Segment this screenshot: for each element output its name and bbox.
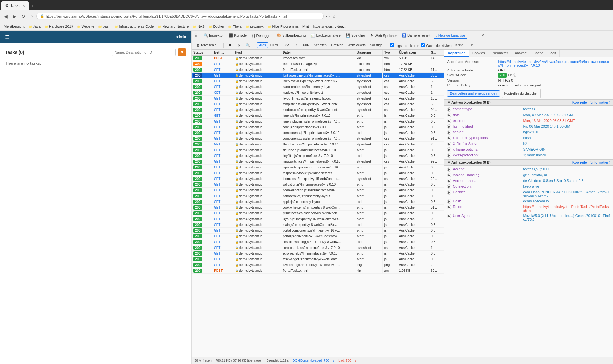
table-row[interactable]: 200 GET 🔒demo.ivyteam.io keyfilter.js?ln… xyxy=(192,153,444,159)
table-row[interactable]: 200 GET 🔒demo.ivyteam.io fileupload.js?l… xyxy=(192,147,444,153)
new-tab-button[interactable]: + xyxy=(29,3,36,9)
tab-zeit[interactable]: Zeit xyxy=(547,50,559,57)
header-expand-btn[interactable]: ▶ xyxy=(447,190,451,195)
tab-speicher[interactable]: 💾 Speicher xyxy=(344,33,367,39)
filter-css[interactable]: CSS xyxy=(282,42,292,48)
filter-button[interactable]: ▼ xyxy=(178,48,186,56)
col-size[interactable]: G... xyxy=(429,50,444,56)
tab-parameter[interactable]: Parameter xyxy=(488,50,511,57)
devtools-close[interactable]: ✕ xyxy=(480,33,486,39)
search-input[interactable] xyxy=(115,50,163,54)
header-expand-btn[interactable]: ▶ xyxy=(447,147,451,152)
header-expand-btn[interactable]: ▶ xyxy=(447,214,451,218)
bookmark-nice[interactable]: Nice-Programms xyxy=(266,24,300,29)
tab-inspektor[interactable]: 🔍 Inspektor xyxy=(202,33,225,39)
search-headers-button[interactable]: Kopfzeilen durchsuchen xyxy=(502,89,541,98)
table-row[interactable]: 200 GET 🔒demo.ivyteam.io beanvalidation.… xyxy=(192,188,444,193)
table-row[interactable]: 200 GET 🔒demo.ivyteam.io fileupload.css?… xyxy=(192,142,444,147)
cache-deaktivieren-checkbox[interactable] xyxy=(421,43,425,47)
table-row[interactable]: 200 GET 🔒demo.ivyteam.io utility.css?ln=… xyxy=(192,78,444,84)
back-button[interactable]: ◀ xyxy=(3,13,9,19)
header-expand-btn[interactable]: ▶ xyxy=(447,119,451,123)
address-bar[interactable]: 🔒 https://demo.ivyteam.io/ivy/faces/inst… xyxy=(36,13,324,19)
bookmark-infrastructure[interactable]: Infrastructure as Code xyxy=(113,24,155,29)
network-table-wrapper[interactable]: Status Meth... Host Datei Ursprung Typ Ü… xyxy=(192,50,444,357)
bookmark-mint[interactable]: Mint xyxy=(301,24,310,29)
table-row[interactable]: 200 GET 🔒demo.ivyteam.io module.css?ln=x… xyxy=(192,107,444,113)
tab-kopfzeilen[interactable]: Kopfzeilen xyxy=(444,50,469,57)
table-row[interactable]: 200 GET 🔒demo.ivyteam.io portal.js?ln=xp… xyxy=(192,234,444,239)
col-origin[interactable]: Ursprung xyxy=(355,50,383,56)
table-row[interactable]: 200 GET 🔒demo.ivyteam.io components.css?… xyxy=(192,136,444,142)
devtools-drag-handle[interactable]: ⠿ xyxy=(194,33,198,38)
table-row[interactable]: 200 GET 🔒demo.ivyteam.io cookie-helper.j… xyxy=(192,205,444,211)
table-row[interactable]: 200 GET 🔒demo.ivyteam.io theme.css?ln=xp… xyxy=(192,176,444,182)
tab-laufzeit[interactable]: 📊 Laufzeitanalyse xyxy=(309,33,343,39)
table-row[interactable]: 200 POST 🔒demo.ivyteam.io PortalTasks.xh… xyxy=(192,268,444,274)
logs-nicht-leeren-label[interactable]: Logs nicht leeren xyxy=(390,43,419,48)
filter-schriften[interactable]: Schriften xyxy=(312,42,328,48)
header-expand-btn[interactable]: ▶ xyxy=(447,142,451,146)
tab-netzwerkanalyse[interactable]: ↕ Netzwerkanalyse xyxy=(434,33,467,39)
table-row[interactable]: 200 GET 🔒demo.ivyteam.io jquery-plugins.… xyxy=(192,119,444,124)
header-expand-btn[interactable]: ▶ xyxy=(447,153,451,158)
table-row[interactable]: 200 GET 🔒demo.ivyteam.io template.css?ln… xyxy=(192,101,444,107)
table-row[interactable]: 200 GET 🔒demo.ivyteam.io jquery.js?ln=pr… xyxy=(192,113,444,119)
table-row[interactable]: 200 GET 🔒demo.ivyteam.io PortalTasks.xht… xyxy=(192,67,444,73)
bookmark-hardware[interactable]: Hardware 2019 xyxy=(43,24,74,29)
table-row[interactable]: 200 GET 🔒demo.ivyteam.io faviconLogo?ln=… xyxy=(192,262,444,268)
tab-cache[interactable]: Cache xyxy=(530,50,547,57)
bookmark-docker[interactable]: Docker xyxy=(207,24,226,29)
devtools-more[interactable]: ⋯ xyxy=(471,33,478,39)
request-headers-raw-toggle[interactable]: Kopfzeilen (unformatiert) xyxy=(572,161,610,164)
bookmark-newarch[interactable]: New-architecture xyxy=(156,24,190,29)
response-headers-section[interactable]: ▼ Antwortkopfzeilen (0 B) Kopfzeilen (un… xyxy=(444,99,613,106)
table-row[interactable]: 200 GET 🔒demo.ivyteam.io inputswitch.js?… xyxy=(192,165,444,170)
header-expand-btn[interactable]: ▶ xyxy=(447,136,451,140)
col-transferred[interactable]: Übertragen xyxy=(397,50,429,56)
col-method[interactable]: Meth... xyxy=(212,50,233,56)
table-row[interactable]: 200 GET 🔒demo.ivyteam.io scrollpanel.css… xyxy=(192,245,444,251)
table-row[interactable]: 200 GET 🔒demo.ivyteam.io portal-componen… xyxy=(192,228,444,234)
filter-sonstige[interactable]: Sonstige xyxy=(368,42,384,48)
bookmark-nexus[interactable]: https://nexus.ivytea... xyxy=(312,24,347,29)
tab-barrierefreiheit[interactable]: ♿ Barrierefreiheit xyxy=(400,33,432,39)
table-row[interactable]: 200 POST 🔒demo.ivyteam.io Processes.xhtm… xyxy=(192,56,444,61)
bookmark-meistbesucht[interactable]: Meistbesucht xyxy=(3,24,26,29)
col-type[interactable]: Typ xyxy=(382,50,397,56)
header-expand-btn[interactable]: ▶ xyxy=(447,107,451,112)
filter-alles[interactable]: Alles xyxy=(257,42,268,48)
table-row[interactable]: 200 GET 🔒demo.ivyteam.io ripple.css?ln=s… xyxy=(192,90,444,96)
table-row[interactable]: 200 GET 🔒demo.ivyteam.io inputswitch.css… xyxy=(192,159,444,165)
table-row[interactable]: 200 GET 🔒demo.ivyteam.io layout-lime.css… xyxy=(192,96,444,101)
table-row[interactable]: 200 GET 🔒demo.ivyteam.io components.js?l… xyxy=(192,130,444,136)
tab-webspeicher[interactable]: 🗄 Web-Speicher xyxy=(368,33,399,39)
bookmark-proxmox[interactable]: proxmox xyxy=(244,24,265,29)
tab-stilbearbeitung[interactable]: 🎨 Stilbearbeitung xyxy=(275,33,307,39)
tab-cookies[interactable]: Cookies xyxy=(469,50,488,57)
filter-xhr[interactable]: XHR xyxy=(301,42,311,48)
table-row[interactable]: 200 GET 🔒demo.ivyteam.io layout.js?ln=xp… xyxy=(192,216,444,222)
table-row[interactable]: 200 GET 🔒demo.ivyteam.io responsive-tool… xyxy=(192,170,444,176)
col-status[interactable]: Status xyxy=(192,50,212,56)
search-filter-button[interactable]: 🔍 xyxy=(244,42,252,48)
home-button[interactable]: ⌂ xyxy=(29,13,34,19)
bookmark-theia[interactable]: Theia xyxy=(227,24,243,29)
table-row[interactable]: 200 GET 🔒demo.ivyteam.io primefaces-cale… xyxy=(192,211,444,216)
filter-html[interactable]: HTML xyxy=(269,42,281,48)
table-row[interactable]: 200 GET 🔒demo.ivyteam.io task-widget.js?… xyxy=(192,256,444,262)
table-row[interactable]: 200 GET 🔒demo.ivyteam.io session-warning… xyxy=(192,239,444,245)
logs-nicht-leeren-checkbox[interactable] xyxy=(390,43,394,47)
bookmark-java[interactable]: Java xyxy=(27,24,42,29)
header-expand-btn[interactable]: ▶ xyxy=(447,184,451,189)
request-headers-section[interactable]: ▼ Anfragekopfzeilen (0 B) Kopfzeilen (un… xyxy=(444,159,613,166)
resend-button[interactable]: Bearbeiten und erneut senden xyxy=(447,90,500,97)
hamburger-menu-button[interactable]: ☰ xyxy=(5,34,10,40)
header-expand-btn[interactable]: ▶ xyxy=(447,173,451,177)
tab-close-button[interactable]: ✕ xyxy=(22,4,25,8)
header-expand-btn[interactable]: ▶ xyxy=(447,124,451,129)
table-row[interactable]: 302 GET 🔒demo.ivyteam.io DefaultTaskList… xyxy=(192,61,444,67)
table-row[interactable]: 200 GET 🔒demo.ivyteam.io core.js?ln=prim… xyxy=(192,124,444,130)
tab-konsole[interactable]: ⬛ Konsole xyxy=(227,33,249,39)
reload-button[interactable]: ↻ xyxy=(20,13,27,19)
